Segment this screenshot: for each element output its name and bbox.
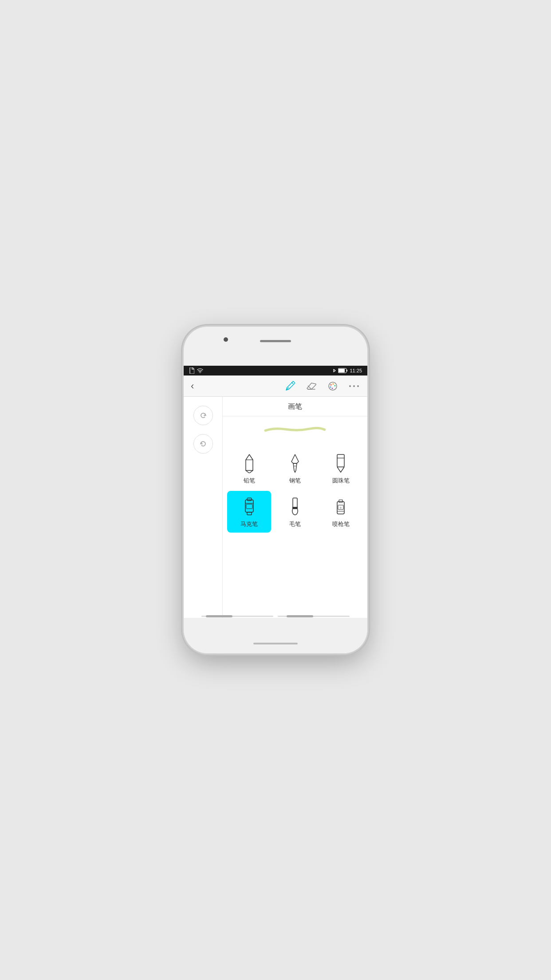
svg-point-5 [329,382,337,390]
clock: 11:25 [350,368,362,373]
svg-point-0 [200,372,201,373]
svg-point-10 [332,387,333,389]
pencil-brush-item[interactable]: 铅笔 [227,447,271,489]
brush-panel: 画笔 [223,397,367,619]
brush-preview [223,416,367,443]
canvas-sidebar [184,397,223,619]
ballpoint-label: 圆珠笔 [332,477,350,485]
svg-rect-28 [292,507,298,509]
pencil-label: 铅笔 [244,477,255,485]
spray-icon: 0 [331,497,350,517]
scroll-thumb-right [287,615,313,617]
svg-point-6 [331,384,332,385]
home-indicator [253,643,298,644]
toolbar-right [284,380,360,392]
fountain-pen-brush-item[interactable]: 钢笔 [273,447,317,489]
bluetooth-icon [333,368,336,373]
fountain-pen-icon [285,454,305,473]
svg-text:0: 0 [340,506,342,509]
marker-label: 马克笔 [240,520,258,528]
svg-rect-3 [346,370,347,371]
file-icon [189,368,194,374]
svg-line-16 [249,470,253,473]
svg-point-8 [335,385,336,386]
speaker [260,340,291,342]
wifi-icon [197,368,203,373]
svg-rect-23 [247,512,252,515]
brush-grid: 铅笔 钢笔 [223,443,367,537]
svg-point-12 [353,385,355,387]
status-left [189,368,203,374]
svg-point-11 [349,385,351,387]
svg-point-13 [357,385,359,387]
marker-icon [240,497,259,517]
back-button[interactable]: ‹ [191,380,194,392]
status-bar: 11:25 [184,366,367,375]
scroll-thumb-left [206,615,232,617]
panel-title: 画笔 [223,397,367,416]
spray-brush-item[interactable]: 0 喷枪笔 [319,491,363,533]
spray-label: 喷枪笔 [332,520,350,528]
svg-rect-25 [246,504,252,509]
pencil-icon [240,454,259,473]
svg-rect-19 [337,454,344,467]
front-camera [224,337,228,342]
svg-rect-21 [245,500,253,512]
svg-rect-22 [247,498,252,501]
main-content: 画笔 [184,397,367,619]
svg-marker-14 [246,454,253,470]
redo-button[interactable] [193,406,213,425]
more-button[interactable] [348,380,360,392]
ink-brush-item[interactable]: 毛笔 [273,491,317,533]
palette-tool-button[interactable] [327,380,339,392]
svg-rect-30 [339,500,342,502]
svg-point-9 [330,386,331,387]
undo-button[interactable] [193,434,213,454]
status-right: 11:25 [333,368,362,373]
svg-point-7 [333,383,334,384]
marker-brush-item[interactable]: 马克笔 [227,491,271,533]
svg-line-15 [246,470,249,473]
ballpoint-brush-item[interactable]: 圆珠笔 [319,447,363,489]
screen: 11:25 ‹ [184,366,367,619]
brush-tool-button[interactable] [284,380,296,392]
svg-rect-2 [338,369,345,372]
toolbar: ‹ [184,375,367,397]
horizontal-scroll-right[interactable] [278,616,350,617]
phone-bottom [184,618,367,653]
horizontal-scroll-left[interactable] [201,616,273,617]
ink-brush-icon [285,497,305,517]
ballpoint-icon [331,454,350,473]
toolbar-left: ‹ [191,380,194,392]
eraser-tool-button[interactable] [305,380,318,392]
battery-icon [338,368,348,373]
stroke-preview-svg [246,425,344,434]
ink-brush-label: 毛笔 [289,520,301,528]
fountain-pen-label: 钢笔 [289,477,301,485]
phone-frame: 11:25 ‹ [184,327,367,653]
